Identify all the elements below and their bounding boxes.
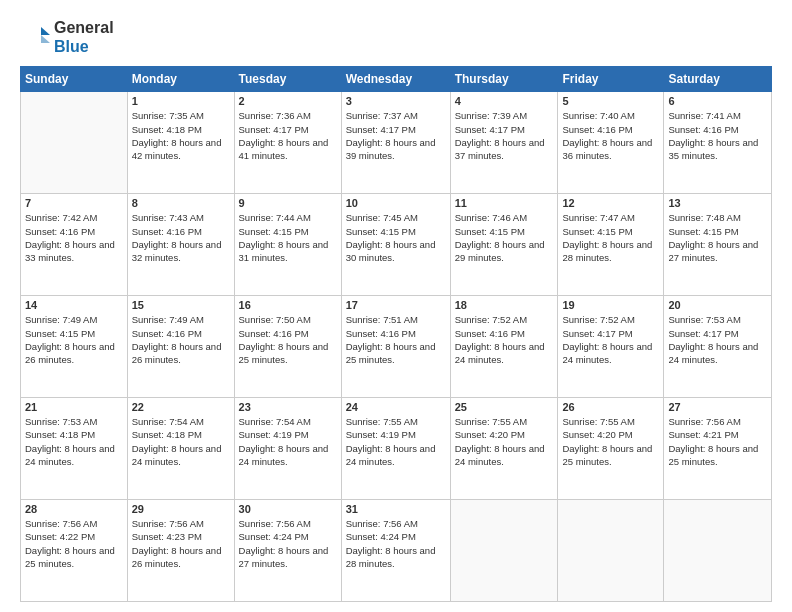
day-info: Sunrise: 7:49 AM Sunset: 4:16 PM Dayligh…: [132, 313, 230, 366]
day-info: Sunrise: 7:36 AM Sunset: 4:17 PM Dayligh…: [239, 109, 337, 162]
cell-w3-d4: 17Sunrise: 7:51 AM Sunset: 4:16 PM Dayli…: [341, 296, 450, 398]
day-number: 29: [132, 503, 230, 515]
day-info: Sunrise: 7:37 AM Sunset: 4:17 PM Dayligh…: [346, 109, 446, 162]
day-info: Sunrise: 7:52 AM Sunset: 4:16 PM Dayligh…: [455, 313, 554, 366]
day-info: Sunrise: 7:56 AM Sunset: 4:24 PM Dayligh…: [239, 517, 337, 570]
day-info: Sunrise: 7:39 AM Sunset: 4:17 PM Dayligh…: [455, 109, 554, 162]
cell-w2-d7: 13Sunrise: 7:48 AM Sunset: 4:15 PM Dayli…: [664, 194, 772, 296]
day-info: Sunrise: 7:45 AM Sunset: 4:15 PM Dayligh…: [346, 211, 446, 264]
header-friday: Friday: [558, 67, 664, 92]
cell-w5-d6: [558, 500, 664, 602]
cell-w2-d4: 10Sunrise: 7:45 AM Sunset: 4:15 PM Dayli…: [341, 194, 450, 296]
day-info: Sunrise: 7:53 AM Sunset: 4:18 PM Dayligh…: [25, 415, 123, 468]
day-info: Sunrise: 7:43 AM Sunset: 4:16 PM Dayligh…: [132, 211, 230, 264]
day-number: 6: [668, 95, 767, 107]
day-info: Sunrise: 7:52 AM Sunset: 4:17 PM Dayligh…: [562, 313, 659, 366]
header-wednesday: Wednesday: [341, 67, 450, 92]
day-number: 24: [346, 401, 446, 413]
day-info: Sunrise: 7:42 AM Sunset: 4:16 PM Dayligh…: [25, 211, 123, 264]
cell-w1-d3: 2Sunrise: 7:36 AM Sunset: 4:17 PM Daylig…: [234, 92, 341, 194]
day-info: Sunrise: 7:56 AM Sunset: 4:23 PM Dayligh…: [132, 517, 230, 570]
day-number: 19: [562, 299, 659, 311]
day-number: 17: [346, 299, 446, 311]
logo-text-blue: Blue: [54, 37, 114, 56]
day-number: 12: [562, 197, 659, 209]
header-monday: Monday: [127, 67, 234, 92]
day-number: 11: [455, 197, 554, 209]
day-number: 7: [25, 197, 123, 209]
header: General Blue: [20, 18, 772, 56]
cell-w3-d7: 20Sunrise: 7:53 AM Sunset: 4:17 PM Dayli…: [664, 296, 772, 398]
week-row-1: 1Sunrise: 7:35 AM Sunset: 4:18 PM Daylig…: [21, 92, 772, 194]
day-number: 14: [25, 299, 123, 311]
svg-marker-1: [41, 35, 50, 43]
week-row-2: 7Sunrise: 7:42 AM Sunset: 4:16 PM Daylig…: [21, 194, 772, 296]
day-number: 26: [562, 401, 659, 413]
day-info: Sunrise: 7:54 AM Sunset: 4:19 PM Dayligh…: [239, 415, 337, 468]
header-thursday: Thursday: [450, 67, 558, 92]
day-info: Sunrise: 7:53 AM Sunset: 4:17 PM Dayligh…: [668, 313, 767, 366]
cell-w1-d4: 3Sunrise: 7:37 AM Sunset: 4:17 PM Daylig…: [341, 92, 450, 194]
day-number: 28: [25, 503, 123, 515]
cell-w5-d4: 31Sunrise: 7:56 AM Sunset: 4:24 PM Dayli…: [341, 500, 450, 602]
day-number: 20: [668, 299, 767, 311]
cell-w2-d2: 8Sunrise: 7:43 AM Sunset: 4:16 PM Daylig…: [127, 194, 234, 296]
day-number: 16: [239, 299, 337, 311]
cell-w4-d2: 22Sunrise: 7:54 AM Sunset: 4:18 PM Dayli…: [127, 398, 234, 500]
day-info: Sunrise: 7:49 AM Sunset: 4:15 PM Dayligh…: [25, 313, 123, 366]
svg-marker-0: [41, 27, 50, 35]
day-info: Sunrise: 7:55 AM Sunset: 4:20 PM Dayligh…: [455, 415, 554, 468]
cell-w2-d5: 11Sunrise: 7:46 AM Sunset: 4:15 PM Dayli…: [450, 194, 558, 296]
calendar-header-row: SundayMondayTuesdayWednesdayThursdayFrid…: [21, 67, 772, 92]
page: General Blue SundayMondayTuesdayWednesda…: [0, 0, 792, 612]
day-number: 21: [25, 401, 123, 413]
day-number: 3: [346, 95, 446, 107]
day-info: Sunrise: 7:40 AM Sunset: 4:16 PM Dayligh…: [562, 109, 659, 162]
header-tuesday: Tuesday: [234, 67, 341, 92]
day-number: 30: [239, 503, 337, 515]
logo-text-general: General: [54, 18, 114, 37]
cell-w5-d7: [664, 500, 772, 602]
week-row-4: 21Sunrise: 7:53 AM Sunset: 4:18 PM Dayli…: [21, 398, 772, 500]
cell-w4-d4: 24Sunrise: 7:55 AM Sunset: 4:19 PM Dayli…: [341, 398, 450, 500]
day-number: 25: [455, 401, 554, 413]
day-number: 2: [239, 95, 337, 107]
day-number: 4: [455, 95, 554, 107]
cell-w2-d1: 7Sunrise: 7:42 AM Sunset: 4:16 PM Daylig…: [21, 194, 128, 296]
week-row-5: 28Sunrise: 7:56 AM Sunset: 4:22 PM Dayli…: [21, 500, 772, 602]
cell-w1-d6: 5Sunrise: 7:40 AM Sunset: 4:16 PM Daylig…: [558, 92, 664, 194]
calendar-table: SundayMondayTuesdayWednesdayThursdayFrid…: [20, 66, 772, 602]
day-number: 31: [346, 503, 446, 515]
day-info: Sunrise: 7:56 AM Sunset: 4:24 PM Dayligh…: [346, 517, 446, 570]
day-info: Sunrise: 7:41 AM Sunset: 4:16 PM Dayligh…: [668, 109, 767, 162]
cell-w3-d1: 14Sunrise: 7:49 AM Sunset: 4:15 PM Dayli…: [21, 296, 128, 398]
cell-w1-d5: 4Sunrise: 7:39 AM Sunset: 4:17 PM Daylig…: [450, 92, 558, 194]
day-info: Sunrise: 7:56 AM Sunset: 4:22 PM Dayligh…: [25, 517, 123, 570]
cell-w1-d1: [21, 92, 128, 194]
day-number: 5: [562, 95, 659, 107]
cell-w1-d2: 1Sunrise: 7:35 AM Sunset: 4:18 PM Daylig…: [127, 92, 234, 194]
day-number: 15: [132, 299, 230, 311]
cell-w3-d6: 19Sunrise: 7:52 AM Sunset: 4:17 PM Dayli…: [558, 296, 664, 398]
cell-w3-d5: 18Sunrise: 7:52 AM Sunset: 4:16 PM Dayli…: [450, 296, 558, 398]
cell-w4-d3: 23Sunrise: 7:54 AM Sunset: 4:19 PM Dayli…: [234, 398, 341, 500]
day-info: Sunrise: 7:50 AM Sunset: 4:16 PM Dayligh…: [239, 313, 337, 366]
day-number: 10: [346, 197, 446, 209]
cell-w5-d1: 28Sunrise: 7:56 AM Sunset: 4:22 PM Dayli…: [21, 500, 128, 602]
day-info: Sunrise: 7:55 AM Sunset: 4:20 PM Dayligh…: [562, 415, 659, 468]
day-info: Sunrise: 7:56 AM Sunset: 4:21 PM Dayligh…: [668, 415, 767, 468]
logo: General Blue: [20, 18, 114, 56]
day-info: Sunrise: 7:44 AM Sunset: 4:15 PM Dayligh…: [239, 211, 337, 264]
cell-w5-d3: 30Sunrise: 7:56 AM Sunset: 4:24 PM Dayli…: [234, 500, 341, 602]
cell-w4-d1: 21Sunrise: 7:53 AM Sunset: 4:18 PM Dayli…: [21, 398, 128, 500]
day-info: Sunrise: 7:48 AM Sunset: 4:15 PM Dayligh…: [668, 211, 767, 264]
day-number: 27: [668, 401, 767, 413]
cell-w5-d5: [450, 500, 558, 602]
cell-w3-d3: 16Sunrise: 7:50 AM Sunset: 4:16 PM Dayli…: [234, 296, 341, 398]
cell-w4-d7: 27Sunrise: 7:56 AM Sunset: 4:21 PM Dayli…: [664, 398, 772, 500]
cell-w1-d7: 6Sunrise: 7:41 AM Sunset: 4:16 PM Daylig…: [664, 92, 772, 194]
cell-w4-d6: 26Sunrise: 7:55 AM Sunset: 4:20 PM Dayli…: [558, 398, 664, 500]
day-number: 22: [132, 401, 230, 413]
cell-w3-d2: 15Sunrise: 7:49 AM Sunset: 4:16 PM Dayli…: [127, 296, 234, 398]
week-row-3: 14Sunrise: 7:49 AM Sunset: 4:15 PM Dayli…: [21, 296, 772, 398]
